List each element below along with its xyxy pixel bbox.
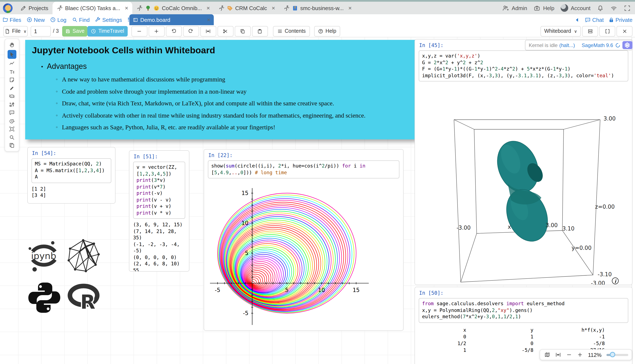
copy-button[interactable] [235,26,251,36]
python-logo[interactable] [26,281,62,314]
tab-title: Blaec (CSO) Tasks a... [65,5,120,11]
jupyter-cell-51[interactable]: In [51]: v = vector(ZZ,[1,2,3,4,5])print… [129,150,190,272]
browser-tab[interactable]: smc-business-w...× [279,2,356,14]
nav-link-new[interactable]: New [27,16,45,23]
zoom-slider[interactable] [607,354,628,356]
tool-ipynb[interactable]: ipynb [8,92,16,100]
timetravel-button[interactable]: TimeTravel [87,26,128,36]
tool-pages[interactable] [8,141,16,150]
cell-code-input[interactable]: x,y,z = var('x,y,z')G = 2*x^2 + y^2 + z^… [419,50,628,82]
tool-text[interactable] [8,68,16,76]
tool-note[interactable] [8,76,16,84]
chat-icon [9,110,15,116]
help-button[interactable]: Help [314,26,340,36]
jupyter-cell-22[interactable]: In [22]: show(sum(circle((i,i), 2*i, hue… [204,149,404,331]
browser-tab[interactable]: CRM CoCalc× [214,2,279,14]
zoom-out-icon[interactable] [566,352,572,358]
tool-graph[interactable] [8,60,16,68]
tool-search[interactable] [8,133,16,141]
menu-label: Help [543,5,554,11]
kernel-halt-link[interactable]: (halt...) [559,42,575,48]
tool-media[interactable] [8,100,16,108]
nav-link-settings[interactable]: Settings [95,16,122,23]
split-horizontal-button[interactable] [582,26,598,36]
nav-link-find[interactable]: Find [72,16,90,23]
tab-close-button[interactable]: × [272,4,275,11]
lock-icon [608,16,614,23]
save-button[interactable]: Save [62,26,87,36]
svg-text:i: i [614,279,616,284]
tool-cursor[interactable] [8,50,16,58]
slide-points-list: A new way to have mathematical discussio… [56,76,424,131]
open-external-button[interactable] [634,41,635,49]
jupyter-cell-54[interactable]: In [54]: MS = MatrixSpace(QQ, 2)A = MS.m… [27,147,116,204]
account-menu-item[interactable]: Account [561,4,590,12]
cocalc-logo-icon[interactable] [3,3,12,13]
file-tab-demo-board[interactable]: Demo.board × [129,14,214,25]
contents-button[interactable]: Contents [273,26,310,36]
paste-button[interactable] [252,26,268,36]
cell-output: [1 2] [3 4] [32,186,111,199]
cell-code-input[interactable]: show(sum(circle((i,i), 2*i, hue=cos(i^2/… [208,160,400,178]
tool-timer[interactable] [8,117,16,125]
nav-link-log[interactable]: Log [50,16,66,23]
help-menu-item[interactable]: Help [534,4,554,12]
browser-tab[interactable]: Projects [16,2,52,14]
tab-close-button[interactable]: × [125,4,128,11]
fit-button[interactable] [200,26,216,36]
runner-icon [218,5,225,11]
redo-button[interactable] [183,26,199,36]
fullscreen-menu-item[interactable] [624,4,631,12]
file-tab-close-button[interactable]: × [207,16,210,23]
tool-pen[interactable] [8,84,16,92]
slide-note-cyan[interactable]: Jupyter Notebook Cells within Whiteboard… [25,40,424,140]
tool-hand[interactable] [8,41,16,49]
browser-tab[interactable]: CoCalc Omnib...× [132,2,214,14]
implicit-plot3d-output[interactable]: 3.00 z=0.00 -3.00 x 3.00 3.10 y=0.00 -3.… [437,101,632,285]
tool-chat[interactable] [8,108,16,117]
nav-link-files[interactable]: Files [2,16,21,23]
tool-frame[interactable] [8,125,16,133]
browser-tab[interactable]: Blaec (CSO) Tasks a...× [52,2,132,14]
r-logo[interactable]: R [67,284,100,311]
private-button[interactable]: Private [608,16,632,23]
bell-menu-item[interactable] [597,4,604,12]
map-overview-icon[interactable] [544,352,550,358]
chat-icon [584,16,591,23]
cell-output: (3, 6, 9, 12, 15) (7, 14, 21, 28, 35) (-… [133,222,185,272]
cell-code-input[interactable]: from sage.calculus.desolvers import eule… [419,298,628,323]
chat-button[interactable]: Chat [584,16,604,23]
ipynb-logo[interactable]: ipynb [26,240,61,272]
whiteboard-canvas[interactable]: ipynb Jupyter Notebook Cells within Whit… [0,37,635,364]
frame-type-dropdown[interactable]: Whiteboard ∨ [540,26,581,36]
wifi-menu-item[interactable] [610,4,617,12]
circles-plot-output[interactable]: -551015-551015 [205,180,402,329]
fit-to-screen-icon[interactable] [555,352,561,358]
tab-close-button[interactable]: × [348,4,352,11]
jupyter-cell-45[interactable]: In [45]: x,y,z = var('x,y,z')G = 2*x^2 +… [414,39,632,285]
cell-code-input[interactable]: MS = MatrixSpace(QQ, 2)A = MS.matrix([1,… [32,158,111,183]
close-frame-button[interactable] [616,26,632,36]
zoom-slider-knob[interactable] [610,352,616,357]
chevron-down-icon: ∨ [574,29,577,34]
graph-icon [9,60,15,66]
page-number-input[interactable] [31,26,51,36]
cell-code-input[interactable]: v = vector(ZZ,[1,2,3,4,5])print(3*v)prin… [133,162,185,219]
kernel-refresh-icon[interactable] [615,42,621,48]
zoom-in-icon[interactable] [577,352,583,358]
file-menu-button[interactable]: File ∨ [3,26,28,36]
collapse-button[interactable] [574,16,580,23]
split-vertical-button[interactable] [599,26,615,36]
minus-button[interactable] [132,26,148,36]
undo-button[interactable] [166,26,182,36]
scissors-button[interactable] [218,26,234,36]
sage-kernel-button[interactable] [622,41,632,49]
plus-button[interactable] [149,26,165,36]
tab-close-button[interactable]: × [207,4,210,11]
chevron-left-icon [574,16,580,23]
kernel-name-link[interactable]: SageMath 9.6 [582,42,613,48]
polytope-logo[interactable] [66,238,100,273]
admin-menu-item[interactable]: Admin [502,4,527,12]
info-icon[interactable]: i [612,278,618,284]
file-nav-bar: FilesNewLogFindSettingsProcesses Demo.bo… [0,14,635,25]
